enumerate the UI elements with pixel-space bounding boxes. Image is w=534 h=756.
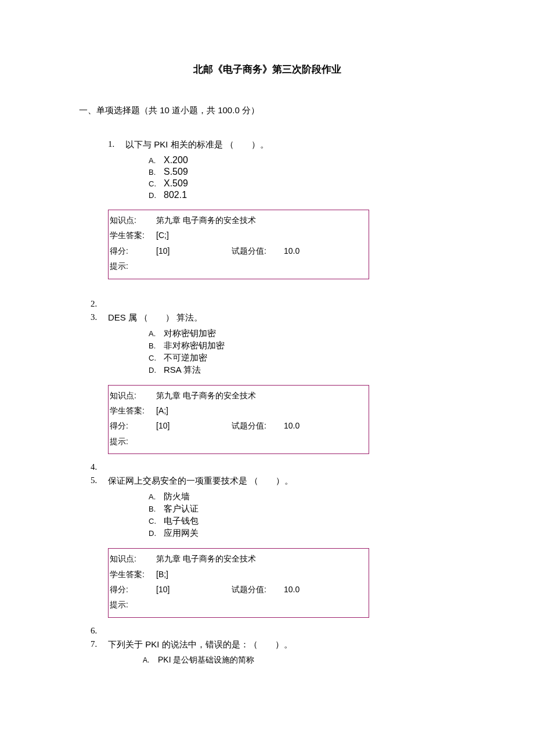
option-text: 802.1 [164, 190, 187, 200]
score-label: 得分: [110, 244, 156, 257]
option-text: 客户认证 [164, 503, 199, 514]
item-score-label: 试题分值: [232, 244, 284, 257]
question-7: 7. 下列关于 PKI 的说法中，错误的是：（ ）。 [91, 639, 534, 650]
question-5: 5. 保证网上交易安全的一项重要技术是 （ ）。 [91, 476, 534, 487]
option-letter: A. [143, 656, 158, 664]
option-letter: B. [149, 341, 164, 350]
option-c: C. 电子钱包 [149, 516, 534, 527]
knowledge-value: 第九章 电子商务的安全技术 [156, 389, 256, 402]
score-value: [10] [156, 419, 232, 432]
option-text: RSA 算法 [164, 365, 201, 376]
question-number: 3. [91, 312, 108, 323]
question-number: 1. [108, 139, 125, 150]
option-letter: C. [149, 179, 164, 188]
score-label: 得分: [110, 419, 156, 432]
hint-label: 提示: [110, 260, 156, 272]
option-text: 防火墙 [164, 491, 190, 502]
option-letter: D. [149, 529, 164, 538]
hint-label: 提示: [110, 435, 156, 448]
knowledge-label: 知识点: [110, 389, 156, 402]
student-answer-value: [A;] [156, 404, 168, 417]
question-text: 以下与 PKI 相关的标准是 （ ）。 [125, 139, 534, 150]
knowledge-value: 第九章 电子商务的安全技术 [156, 214, 256, 226]
student-answer-value: [B;] [156, 568, 168, 581]
answer-box: 知识点: 第九章 电子商务的安全技术 学生答案: [B;] 得分: [10] 试… [108, 548, 369, 618]
option-a: A. PKI 是公钥基础设施的简称 [143, 655, 534, 665]
empty-number-2: 2. [91, 299, 534, 309]
option-a: A. 防火墙 [149, 491, 534, 502]
option-b: B. S.509 [149, 167, 534, 177]
student-answer-label: 学生答案: [110, 568, 156, 581]
section-header: 一、单项选择题（共 10 道小题，共 100.0 分） [79, 105, 534, 116]
option-letter: A. [149, 156, 164, 165]
page-title: 北邮《电子商务》第三次阶段作业 [0, 63, 534, 76]
question-text: DES 属 （ ） 算法。 [108, 312, 534, 323]
option-letter: C. [149, 517, 164, 525]
option-letter: D. [149, 366, 164, 375]
item-score-value: 10.0 [284, 244, 365, 257]
option-letter: A. [149, 492, 164, 501]
option-c: C. 不可逆加密 [149, 352, 534, 363]
score-value: [10] [156, 583, 232, 596]
item-score-label: 试题分值: [232, 419, 284, 432]
item-score-value: 10.0 [284, 583, 365, 596]
knowledge-label: 知识点: [110, 552, 156, 565]
option-text: X.509 [164, 178, 188, 189]
score-value: [10] [156, 244, 232, 257]
option-a: A. X.200 [149, 155, 534, 165]
question-text: 下列关于 PKI 的说法中，错误的是：（ ）。 [108, 639, 534, 650]
option-b: B. 客户认证 [149, 503, 534, 514]
option-text: PKI 是公钥基础设施的简称 [158, 655, 254, 665]
option-text: 对称密钥加密 [164, 328, 216, 339]
question-number: 5. [91, 476, 108, 487]
knowledge-value: 第九章 电子商务的安全技术 [156, 552, 256, 565]
student-answer-value: [C;] [156, 229, 169, 242]
option-d: D. RSA 算法 [149, 365, 534, 376]
option-text: 电子钱包 [164, 516, 199, 527]
knowledge-label: 知识点: [110, 214, 156, 226]
option-letter: C. [149, 354, 164, 362]
options-list: A. 防火墙 B. 客户认证 C. 电子钱包 D. 应用网关 [149, 491, 534, 539]
option-text: X.200 [164, 155, 188, 165]
option-a: A. 对称密钥加密 [149, 328, 534, 339]
option-text: 应用网关 [164, 528, 199, 539]
option-text: 不可逆加密 [164, 352, 207, 363]
options-list: A. PKI 是公钥基础设施的简称 [143, 655, 534, 665]
question-3: 3. DES 属 （ ） 算法。 [91, 312, 534, 323]
option-text: 非对称密钥加密 [164, 340, 225, 351]
option-letter: A. [149, 329, 164, 338]
student-answer-label: 学生答案: [110, 404, 156, 417]
empty-number-4: 4. [91, 462, 534, 472]
question-text: 保证网上交易安全的一项重要技术是 （ ）。 [108, 476, 534, 487]
question-1: 1. 以下与 PKI 相关的标准是 （ ）。 A. X.200 B. S.509… [108, 139, 534, 279]
hint-label: 提示: [110, 598, 156, 611]
item-score-value: 10.0 [284, 419, 365, 432]
score-label: 得分: [110, 583, 156, 596]
answer-box: 知识点: 第九章 电子商务的安全技术 学生答案: [C;] 得分: [10] 试… [108, 210, 369, 279]
empty-number-6: 6. [91, 626, 534, 636]
answer-box: 知识点: 第九章 电子商务的安全技术 学生答案: [A;] 得分: [10] 试… [108, 385, 369, 455]
item-score-label: 试题分值: [232, 583, 284, 596]
option-letter: B. [149, 168, 164, 177]
question-number: 7. [91, 639, 108, 650]
options-list: A. X.200 B. S.509 C. X.509 D. 802.1 [149, 155, 534, 200]
option-c: C. X.509 [149, 178, 534, 189]
options-list: A. 对称密钥加密 B. 非对称密钥加密 C. 不可逆加密 D. RSA 算法 [149, 328, 534, 376]
option-d: D. 应用网关 [149, 528, 534, 539]
option-letter: B. [149, 505, 164, 513]
student-answer-label: 学生答案: [110, 229, 156, 242]
option-d: D. 802.1 [149, 190, 534, 200]
option-text: S.509 [164, 167, 188, 177]
option-letter: D. [149, 191, 164, 200]
option-b: B. 非对称密钥加密 [149, 340, 534, 351]
